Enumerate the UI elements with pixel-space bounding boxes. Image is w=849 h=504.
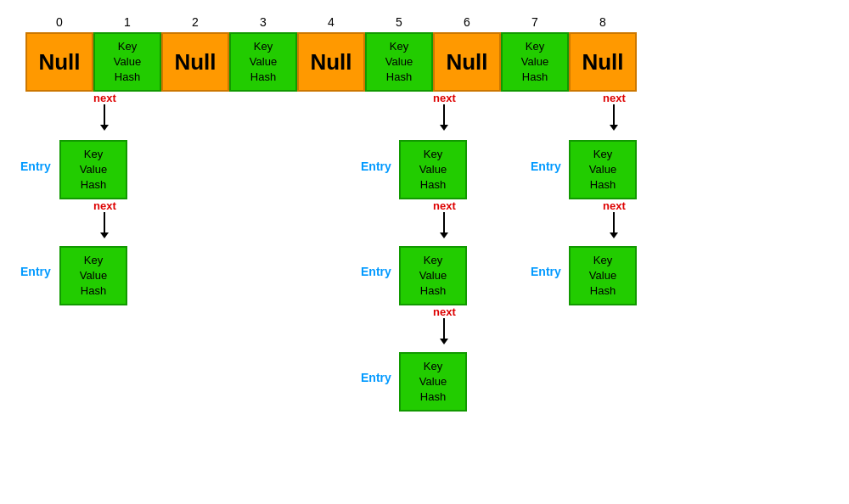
index-1: 1: [93, 15, 161, 29]
index-0: 0: [25, 15, 93, 29]
hashmap-diagram: 0 1 2 3 4 5 6 7 8 Null Key Value Hash Nu…: [8, 8, 841, 496]
entry-label-5-1: Entry: [361, 160, 391, 173]
index-6: 6: [433, 15, 501, 29]
array-row: Null Key Value Hash Null Key Value Hash …: [25, 32, 637, 92]
chain5-arrow3: next: [433, 305, 456, 339]
chain5-node3: Key Value Hash: [399, 352, 467, 412]
array-cell-2: Null: [161, 32, 229, 92]
index-4: 4: [297, 15, 365, 29]
entry-label-7-1: Entry: [531, 160, 561, 173]
entry-label-5-3: Entry: [361, 371, 391, 384]
array-cell-3: Key Value Hash: [229, 32, 297, 92]
array-cell-0: Null: [25, 32, 93, 92]
chain7-node2: Key Value Hash: [569, 246, 637, 305]
chain5-node1: Key Value Hash: [399, 140, 467, 199]
entry-label-7-2: Entry: [531, 265, 561, 278]
entry-label-1-1: Entry: [20, 160, 51, 173]
array-cell-6: Null: [433, 32, 501, 92]
index-3: 3: [229, 15, 297, 29]
next-label: next: [603, 92, 626, 104]
next-label: next: [433, 199, 456, 212]
index-7: 7: [501, 15, 569, 29]
array-cell-7: Key Value Hash: [501, 32, 569, 92]
next-label: next: [433, 92, 456, 104]
entry-label-5-2: Entry: [361, 265, 391, 278]
chain7-arrow2: next: [603, 199, 626, 233]
array-cell-4: Null: [297, 32, 365, 92]
index-8: 8: [569, 15, 637, 29]
chain5-arrow1: next: [433, 92, 456, 126]
next-label: next: [433, 305, 456, 318]
array-cell-8: Null: [569, 32, 637, 92]
chain7-node1: Key Value Hash: [569, 140, 637, 199]
chain1-arrow2: next: [93, 199, 116, 233]
chain5-arrow2: next: [433, 199, 456, 233]
chain1-node2: Key Value Hash: [59, 246, 127, 305]
chain1-node1: Key Value Hash: [59, 140, 127, 199]
index-2: 2: [161, 15, 229, 29]
chain5-node2: Key Value Hash: [399, 246, 467, 305]
array-cell-1: Key Value Hash: [93, 32, 161, 92]
next-label: next: [603, 199, 626, 212]
array-cell-5: Key Value Hash: [365, 32, 433, 92]
entry-label-1-2: Entry: [20, 265, 51, 278]
index-5: 5: [365, 15, 433, 29]
chain7-arrow1: next: [603, 92, 626, 126]
chain1-arrow1: next: [93, 92, 116, 126]
next-label: next: [93, 199, 116, 212]
next-label: next: [93, 92, 116, 104]
